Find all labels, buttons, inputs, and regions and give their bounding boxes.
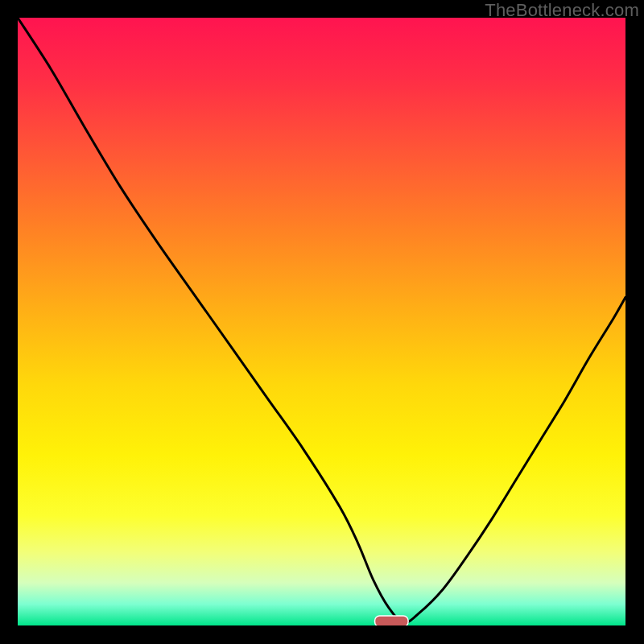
optimal-marker bbox=[375, 616, 409, 625]
chart-svg bbox=[18, 18, 625, 625]
chart-frame: TheBottleneck.com bbox=[0, 0, 644, 644]
chart-plot-area bbox=[18, 18, 625, 625]
chart-background-gradient bbox=[18, 18, 625, 625]
